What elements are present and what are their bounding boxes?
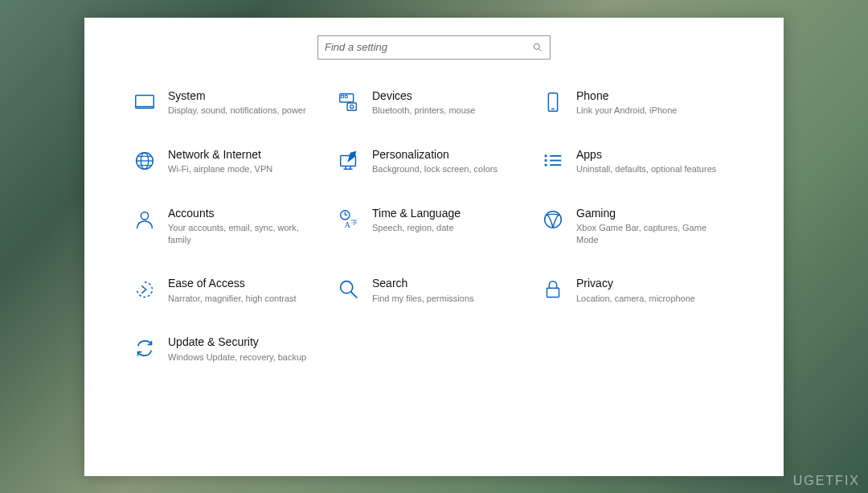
tile-sub: Link your Android, iPhone [576, 105, 727, 117]
svg-rect-6 [345, 95, 347, 97]
tile-personalization[interactable]: Personalization Background, lock screen,… [337, 146, 531, 177]
tile-search[interactable]: Search Find my files, permissions [337, 274, 531, 306]
accounts-icon [133, 207, 157, 232]
settings-grid: System Display, sound, notifications, po… [133, 87, 735, 365]
svg-point-8 [350, 105, 354, 108]
tile-sub: Bluetooth, printers, mouse [372, 105, 523, 117]
tile-title: Gaming [576, 206, 727, 220]
tile-title: Apps [576, 147, 727, 162]
tile-time[interactable]: A字 Time & Language Speech, region, date [337, 204, 531, 248]
ease-icon [133, 277, 157, 302]
gaming-icon [541, 207, 565, 232]
tile-sub: Xbox Game Bar, captures, Game Mode [576, 222, 727, 246]
tile-title: Update & Security [168, 335, 319, 349]
tile-title: Devices [372, 88, 523, 103]
search-row [133, 35, 735, 60]
search-box[interactable] [317, 35, 551, 60]
tile-sub: Location, camera, microphone [576, 293, 727, 305]
tile-title: Network & Internet [168, 147, 319, 162]
tile-devices[interactable]: Devices Bluetooth, printers, mouse [337, 87, 531, 118]
personalization-icon [337, 149, 361, 173]
tile-title: Time & Language [372, 206, 523, 220]
tile-title: Personalization [372, 147, 523, 162]
tile-sub: Find my files, permissions [372, 293, 523, 305]
tile-sub: Your accounts, email, sync, work, family [168, 222, 319, 246]
svg-rect-20 [545, 154, 547, 157]
tile-privacy[interactable]: Privacy Location, camera, microphone [541, 274, 735, 306]
svg-line-34 [351, 292, 358, 298]
network-icon [133, 149, 157, 173]
svg-line-1 [539, 48, 542, 51]
tile-accounts[interactable]: Accounts Your accounts, email, sync, wor… [133, 204, 327, 248]
search-input[interactable] [325, 41, 532, 53]
svg-rect-5 [342, 95, 344, 97]
svg-point-0 [534, 43, 539, 49]
tile-sub: Narrator, magnifier, high contrast [168, 293, 319, 305]
tile-title: Accounts [168, 206, 319, 220]
update-icon [133, 336, 157, 360]
tile-update[interactable]: Update & Security Windows Update, recove… [133, 333, 327, 364]
svg-point-26 [141, 212, 148, 219]
svg-rect-7 [347, 102, 356, 109]
tile-title: Ease of Access [168, 276, 319, 290]
tile-sub: Display, sound, notifications, power [168, 105, 319, 117]
phone-icon [541, 90, 565, 114]
system-icon [133, 90, 157, 114]
tile-sub: Uninstall, defaults, optional features [576, 163, 727, 175]
settings-panel: System Display, sound, notifications, po… [84, 18, 784, 476]
tile-phone[interactable]: Phone Link your Android, iPhone [541, 87, 735, 118]
search-tile-icon [337, 277, 361, 302]
svg-text:A: A [344, 220, 350, 229]
tile-ease[interactable]: Ease of Access Narrator, magnifier, high… [133, 274, 327, 306]
tile-sub: Windows Update, recovery, backup [168, 351, 319, 364]
svg-rect-21 [545, 159, 547, 162]
apps-icon [541, 149, 565, 173]
tile-title: Phone [576, 88, 727, 103]
tile-sub: Background, lock screen, colors [372, 163, 523, 175]
tile-gaming[interactable]: Gaming Xbox Game Bar, captures, Game Mod… [541, 204, 735, 248]
time-icon: A字 [337, 207, 361, 232]
tile-sub: Speech, region, date [372, 222, 523, 234]
tile-title: Search [372, 276, 523, 290]
tile-sub: Wi-Fi, airplane mode, VPN [168, 163, 319, 175]
devices-icon [337, 90, 361, 114]
tile-network[interactable]: Network & Internet Wi-Fi, airplane mode,… [133, 146, 327, 177]
svg-point-33 [341, 281, 353, 294]
svg-rect-35 [547, 289, 559, 298]
svg-text:字: 字 [351, 217, 358, 225]
svg-rect-22 [545, 163, 547, 166]
tile-system[interactable]: System Display, sound, notifications, po… [133, 87, 327, 118]
watermark: UGETFIX [793, 474, 860, 488]
privacy-icon [541, 277, 565, 302]
tile-apps[interactable]: Apps Uninstall, defaults, optional featu… [541, 146, 735, 177]
search-icon [532, 42, 543, 53]
tile-title: Privacy [576, 276, 727, 290]
tile-title: System [168, 88, 319, 103]
